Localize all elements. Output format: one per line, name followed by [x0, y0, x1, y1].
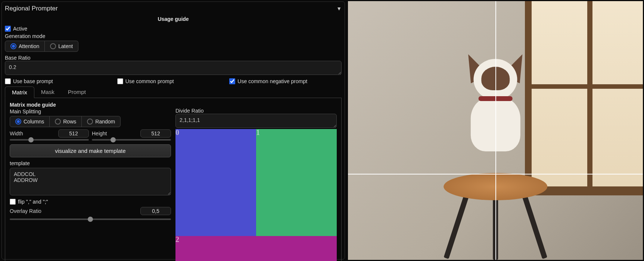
matrix-tab-content: Matrix mode guide Main Splitting Columns… [5, 98, 342, 261]
use-common-negative-checkbox[interactable] [229, 78, 235, 84]
split-random[interactable]: Random [82, 116, 121, 127]
overlay-ratio-label: Overlay Ratio [10, 208, 137, 214]
active-label: Active [13, 26, 27, 32]
collapse-icon[interactable]: ▼ [336, 6, 342, 12]
gen-mode-attention-label: Attention [19, 43, 39, 49]
region-preview: ✕ 0 1 2 [175, 129, 337, 261]
use-common-negative-row[interactable]: Use common negative prompt [229, 78, 342, 84]
preview-region-2: 2 [175, 236, 337, 261]
flip-checkbox-row[interactable]: flip "," and ";" [10, 199, 171, 205]
use-base-prompt-row[interactable]: Use base prompt [5, 78, 117, 84]
split-columns[interactable]: Columns [10, 116, 50, 127]
template-label: template [10, 160, 171, 166]
preview-region-0: 0 [175, 129, 256, 236]
split-columns-label: Columns [24, 119, 44, 125]
base-ratio-input[interactable] [5, 61, 342, 75]
regional-prompter-panel: Regional Prompter ▼ Usage guide Active G… [1, 1, 345, 260]
tab-prompt[interactable]: Prompt [61, 87, 93, 98]
region-label-2: 2 [175, 235, 179, 244]
base-ratio-label: Base Ratio [5, 55, 342, 61]
radio-icon [50, 43, 56, 49]
flip-checkbox[interactable] [10, 199, 16, 205]
use-common-negative-label: Use common negative prompt [237, 78, 307, 84]
gen-mode-attention[interactable]: Attention [5, 41, 45, 52]
use-base-prompt-label: Use base prompt [13, 78, 53, 84]
generation-mode-radio-group: Attention Latent [5, 41, 342, 52]
use-base-prompt-checkbox[interactable] [5, 78, 11, 84]
template-textarea[interactable] [10, 168, 171, 195]
panel-title: Regional Prompter [5, 5, 58, 12]
split-random-label: Random [95, 119, 115, 125]
use-common-prompt-checkbox[interactable] [117, 78, 123, 84]
flip-label: flip "," and ";" [18, 199, 48, 205]
region-label-1: 1 [256, 128, 260, 137]
width-input[interactable] [58, 129, 89, 138]
height-input[interactable] [140, 129, 171, 138]
radio-icon [55, 119, 61, 125]
height-slider[interactable] [92, 139, 171, 141]
radio-icon [87, 119, 93, 125]
overlay-ratio-slider[interactable] [10, 218, 171, 220]
generation-mode-label: Generation mode [5, 33, 342, 39]
divide-ratio-input[interactable] [175, 114, 337, 128]
tab-matrix[interactable]: Matrix [5, 87, 34, 98]
output-grid-horizontal [348, 174, 643, 174]
active-checkbox[interactable] [5, 26, 11, 32]
region-label-0: 0 [175, 128, 179, 137]
height-label: Height [92, 130, 138, 136]
output-image [348, 1, 643, 260]
overlay-ratio-input[interactable] [140, 207, 171, 215]
width-slider[interactable] [10, 139, 89, 141]
output-grid-vertical [495, 1, 496, 260]
visualize-button[interactable]: visualize and make template [10, 144, 171, 157]
main-splitting-label: Main Splitting [10, 109, 171, 114]
width-label: Width [10, 130, 56, 136]
preview-region-1: 1 [256, 129, 337, 236]
radio-icon [10, 43, 16, 49]
gen-mode-latent-label: Latent [58, 43, 73, 49]
matrix-mode-guide[interactable]: Matrix mode guide [10, 102, 337, 108]
usage-guide-link[interactable]: Usage guide [5, 16, 342, 22]
gen-mode-latent[interactable]: Latent [45, 41, 78, 52]
main-splitting-radio-group: Columns Rows Random [10, 116, 171, 127]
use-common-prompt-label: Use common prompt [125, 78, 174, 84]
split-rows[interactable]: Rows [50, 116, 82, 127]
active-checkbox-row[interactable]: Active [5, 26, 342, 32]
radio-icon [15, 119, 21, 125]
tab-mask[interactable]: Mask [34, 87, 61, 98]
use-common-prompt-row[interactable]: Use common prompt [117, 78, 230, 84]
divide-ratio-label: Divide Ratio [175, 108, 337, 114]
split-rows-label: Rows [63, 119, 76, 125]
mode-tabs: Matrix Mask Prompt [5, 87, 342, 98]
